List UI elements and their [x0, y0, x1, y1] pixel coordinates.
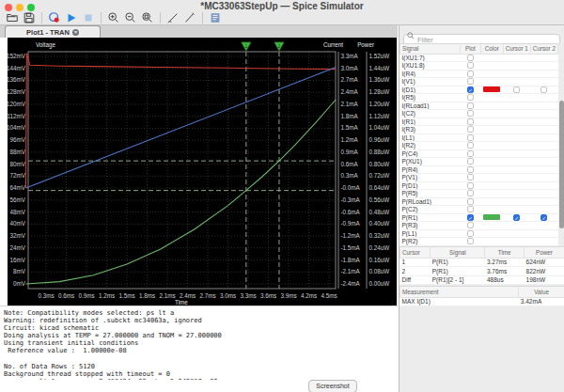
signal-name[interactable]: P(D1): [400, 181, 461, 190]
signal-row[interactable]: I(C2): [400, 110, 558, 118]
signal-row[interactable]: I(RLoad1): [400, 102, 558, 110]
signal-name[interactable]: P(R1): [400, 213, 461, 222]
svg-text:0.72uW: 0.72uW: [369, 172, 390, 179]
signal-row[interactable]: I(R4): [400, 70, 558, 78]
signal-name[interactable]: I(RLoad1): [400, 102, 461, 110]
cursor2-checkbox[interactable]: [540, 86, 547, 93]
signal-row[interactable]: P(XU1): [400, 158, 558, 166]
plot-checkbox[interactable]: [467, 62, 474, 69]
plot-checkbox[interactable]: [467, 206, 474, 212]
plot-checkbox[interactable]: [467, 142, 474, 149]
measurement-row[interactable]: MAX I(D1)3.42mA: [400, 297, 564, 306]
signal-name[interactable]: P(L1): [400, 229, 461, 238]
plot-checkbox[interactable]: [467, 198, 474, 205]
cursor2-checkbox[interactable]: ✓: [540, 214, 547, 221]
svg-text:0.48uW: 0.48uW: [369, 209, 390, 215]
signal-name[interactable]: P(R3): [400, 222, 461, 230]
signal-row[interactable]: I(XU1:7): [400, 54, 558, 62]
cursor-row: DiffP(R1)[2 - 1]488us198nW: [400, 275, 564, 285]
signal-row[interactable]: P(R5): [400, 190, 558, 198]
plot-checkbox[interactable]: [467, 78, 474, 85]
plot-checkbox[interactable]: [467, 71, 474, 77]
signal-name[interactable]: I(R3): [400, 126, 461, 134]
plot-checkbox[interactable]: [467, 190, 474, 196]
signal-name[interactable]: I(L1): [400, 133, 461, 142]
signal-name[interactable]: P(RLoad1): [400, 197, 461, 206]
signal-name[interactable]: I(XU1:8): [400, 62, 461, 71]
tab-close-icon[interactable]: ×: [72, 29, 79, 36]
signal-row[interactable]: I(R5): [400, 94, 558, 102]
plot-checkbox[interactable]: [467, 55, 474, 61]
tab-plot1-tran[interactable]: Plot1 - TRAN ×: [5, 25, 101, 38]
signal-row[interactable]: I(R1): [400, 118, 558, 126]
signal-name[interactable]: I(R1): [400, 118, 461, 126]
signal-row[interactable]: P(R3): [400, 222, 558, 230]
color-swatch[interactable]: [483, 86, 500, 92]
run-simulation-button[interactable]: [63, 11, 80, 24]
signal-row[interactable]: P(R2): [400, 238, 558, 246]
signal-name[interactable]: I(R5): [400, 94, 461, 102]
signal-name[interactable]: P(R4): [400, 165, 461, 174]
signal-name[interactable]: I(C2): [400, 110, 461, 118]
plot-checkbox[interactable]: [467, 230, 474, 237]
plot-checkbox[interactable]: [467, 166, 474, 173]
plot-checkbox[interactable]: [467, 94, 474, 101]
plot-checkbox[interactable]: [467, 118, 474, 125]
plot-checkbox[interactable]: [467, 174, 474, 180]
signal-row[interactable]: P(V1): [400, 174, 558, 182]
stop-simulation-button[interactable]: [80, 11, 97, 24]
signal-row[interactable]: P(D1): [400, 181, 558, 190]
signal-name[interactable]: P(C2): [400, 206, 461, 214]
signal-name[interactable]: P(V1): [400, 174, 461, 182]
sim-command-button[interactable]: [46, 11, 63, 24]
signal-name[interactable]: P(C4): [400, 149, 461, 158]
signal-row[interactable]: P(R1)✓✓✓: [400, 213, 558, 222]
signal-row[interactable]: I(R2): [400, 142, 558, 150]
signal-name[interactable]: P(XU1): [400, 158, 461, 166]
signal-name[interactable]: I(D1): [400, 86, 461, 94]
signal-name[interactable]: I(XU1:7): [400, 54, 461, 62]
signal-row[interactable]: P(R4): [400, 165, 558, 174]
plot-checkbox[interactable]: [467, 158, 474, 165]
tune-pen-icon: [183, 11, 196, 24]
plot-checkbox[interactable]: [467, 134, 474, 141]
cursor1-checkbox[interactable]: [513, 86, 520, 93]
show-netlist-button[interactable]: [207, 11, 224, 24]
signal-row[interactable]: I(XU1:8): [400, 62, 558, 71]
screenshot-button[interactable]: Screenshot: [308, 380, 357, 392]
plot-checkbox[interactable]: [467, 102, 474, 109]
zoom-out-button[interactable]: [122, 11, 139, 24]
zoom-in-button[interactable]: [105, 11, 122, 24]
svg-text:72mV: 72mV: [10, 172, 26, 179]
signal-name[interactable]: P(R5): [400, 190, 461, 198]
plot-checkbox[interactable]: [467, 238, 474, 244]
plot-checkbox[interactable]: [467, 182, 474, 189]
cursor1-checkbox[interactable]: ✓: [513, 214, 520, 221]
signal-row[interactable]: P(C4): [400, 149, 558, 158]
zoom-fit-button[interactable]: [139, 11, 156, 24]
tune-value-button[interactable]: [181, 11, 198, 24]
signal-row[interactable]: I(R3): [400, 126, 558, 134]
plot-checkbox[interactable]: ✓: [467, 86, 474, 93]
plot-checkbox[interactable]: [467, 126, 474, 133]
save-workbook-button[interactable]: [21, 11, 38, 24]
signal-name[interactable]: I(R2): [400, 142, 461, 150]
plot-checkbox[interactable]: ✓: [467, 214, 474, 221]
signal-row[interactable]: P(L1): [400, 229, 558, 238]
probe-signal-button[interactable]: [164, 11, 181, 24]
signal-row[interactable]: P(RLoad1): [400, 197, 558, 206]
signal-row[interactable]: I(L1): [400, 133, 558, 142]
signal-row[interactable]: I(D1)✓: [400, 86, 558, 94]
plot-checkbox[interactable]: [467, 150, 474, 157]
open-workbook-button[interactable]: [4, 11, 21, 24]
signals-scrollbar-thumb[interactable]: [559, 101, 564, 228]
signal-row[interactable]: I(V1): [400, 78, 558, 86]
plot-checkbox[interactable]: [467, 110, 474, 117]
signal-name[interactable]: I(R4): [400, 70, 461, 78]
signal-row[interactable]: P(C2): [400, 206, 558, 214]
color-swatch[interactable]: [483, 214, 500, 220]
plot-checkbox[interactable]: [467, 222, 474, 228]
signal-name[interactable]: P(R2): [400, 238, 461, 246]
plot-canvas[interactable]: 12152mV144mV136mV128mV120mV112mV104mV96m…: [8, 38, 397, 306]
signal-name[interactable]: I(V1): [400, 78, 461, 86]
